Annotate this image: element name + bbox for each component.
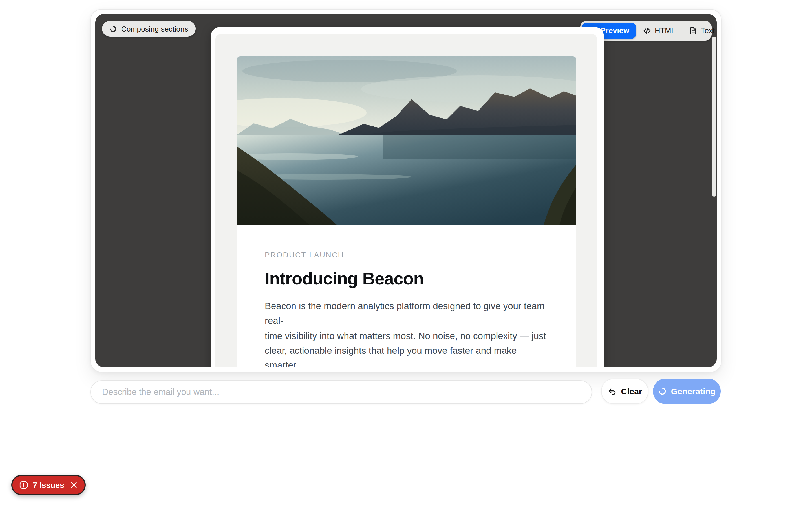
- email-title: Introducing Beacon: [265, 269, 548, 289]
- spinner-icon: [658, 387, 666, 395]
- tab-html[interactable]: HTML: [636, 22, 682, 39]
- generate-button-label: Generating: [671, 386, 716, 396]
- issues-badge-label: 7 Issues: [33, 481, 64, 490]
- alert-octagon-icon: [19, 481, 28, 490]
- status-chip: Composing sections: [102, 21, 196, 37]
- document-icon: [689, 26, 698, 35]
- close-icon[interactable]: [70, 481, 78, 489]
- clear-button[interactable]: Clear: [601, 379, 649, 404]
- prompt-input[interactable]: [90, 380, 592, 404]
- email-paragraph: Beacon is the modern analytics platform …: [265, 298, 548, 367]
- spinner-icon: [109, 25, 117, 33]
- tab-text[interactable]: Text: [682, 22, 717, 39]
- app-stage: Composing sections Preview: [0, 0, 812, 507]
- email-body: PRODUCT LAUNCH Introducing Beacon Beacon…: [237, 225, 576, 367]
- issues-badge[interactable]: 7 Issues: [11, 475, 86, 495]
- panel-scrollbar-thumb[interactable]: [712, 37, 716, 196]
- tab-html-label: HTML: [655, 26, 675, 35]
- email-viewport: PRODUCT LAUNCH Introducing Beacon Beacon…: [211, 27, 604, 367]
- hero-image: [237, 56, 576, 225]
- clear-button-label: Clear: [621, 386, 642, 396]
- tab-preview-label: Preview: [601, 26, 629, 35]
- generator-window: Composing sections Preview: [90, 9, 722, 372]
- tab-text-label: Text: [701, 26, 715, 35]
- code-icon: [643, 26, 651, 35]
- email-card: PRODUCT LAUNCH Introducing Beacon Beacon…: [237, 56, 576, 367]
- email-canvas: PRODUCT LAUNCH Introducing Beacon Beacon…: [215, 34, 597, 367]
- undo-icon: [607, 387, 616, 396]
- generate-button[interactable]: Generating: [653, 379, 721, 404]
- preview-panel: Composing sections Preview: [95, 14, 717, 367]
- email-eyebrow: PRODUCT LAUNCH: [265, 251, 548, 259]
- status-chip-label: Composing sections: [121, 24, 188, 33]
